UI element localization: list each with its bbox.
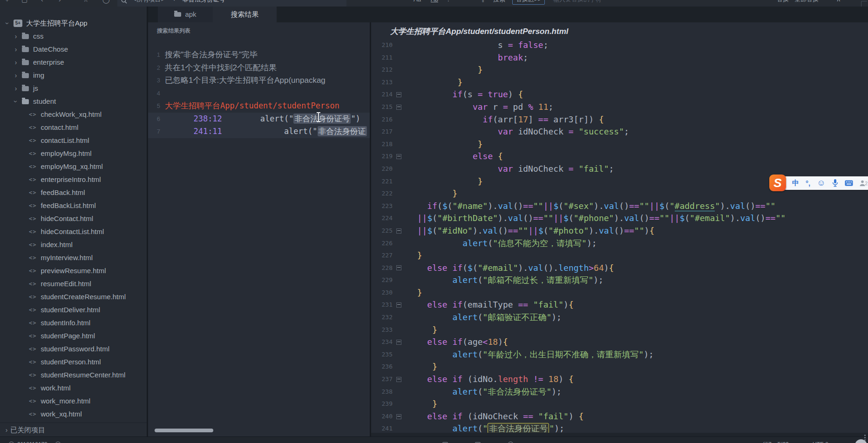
replace-all-button[interactable]: 全部替换 xyxy=(794,0,819,7)
whole-word-toggle[interactable]: Ab xyxy=(431,0,438,7)
tree-folder-img[interactable]: img xyxy=(0,69,147,82)
ime-punctuation-toggle[interactable]: °, xyxy=(806,179,810,187)
ime-user-icon[interactable]: 21 xyxy=(860,180,868,186)
tree-file-studentResumeCenter.html[interactable]: <>studentResumeCenter.html xyxy=(0,369,147,382)
multiline-option-icon[interactable]: ¶ xyxy=(481,0,484,7)
tree-file-feedBack.html[interactable]: <>feedBack.html xyxy=(0,186,147,199)
code-line-232[interactable]: 232 alert("邮箱验证不正确"); xyxy=(371,311,868,324)
tree-file-enterpriseIntro.html[interactable]: <>enterpriseIntro.html xyxy=(0,173,147,186)
new-file-icon[interactable]: ＋ xyxy=(4,0,10,7)
code-line-229[interactable]: 229 alert("邮箱不能过长，请重新填写"); xyxy=(371,274,868,287)
floating-widget-dots-icon[interactable] xyxy=(864,435,866,436)
tree-project[interactable]: 5+大学生招聘平台App xyxy=(0,17,147,30)
nav-back-icon[interactable]: ‹ xyxy=(41,0,43,7)
tree-file-employMsg.html[interactable]: <>employMsg.html xyxy=(0,147,147,160)
code-line-219[interactable]: 219 else { xyxy=(371,150,868,163)
tree-file-contactList.html[interactable]: <>contactList.html xyxy=(0,134,147,147)
code-line-237[interactable]: 237 else if (idNo.length != 18) { xyxy=(371,373,868,386)
code-line-224[interactable]: 224 ||$("#birthDate").val()==""||$("#pho… xyxy=(371,212,868,225)
fold-collapse-icon[interactable] xyxy=(396,302,401,308)
fold-collapse-icon[interactable] xyxy=(396,228,401,234)
code-line-213[interactable]: 213 } xyxy=(371,76,868,89)
code-line-218[interactable]: 218 } xyxy=(371,138,868,151)
ime-emoji-icon[interactable]: ☺ xyxy=(817,178,825,188)
tree-file-previewResume.html[interactable]: <>previewResume.html xyxy=(0,264,147,277)
ime-keyboard-icon[interactable] xyxy=(845,180,853,186)
code-line-214[interactable]: 214 if(s = true) { xyxy=(371,88,868,101)
replace-zone-button[interactable]: 替换区>> xyxy=(512,0,545,5)
tree-file-studentPage.html[interactable]: <>studentPage.html xyxy=(0,329,147,342)
search-result-row-6[interactable]: 6 238:12 alert("非合法身份证号") xyxy=(148,113,370,126)
search-result-row-7[interactable]: 7 241:11 alert("非合法身份证 xyxy=(148,125,370,138)
code-line-217[interactable]: 217 var idNoCheck = "success"; xyxy=(371,126,868,138)
star-icon[interactable]: ☆ xyxy=(83,0,89,7)
code-line-212[interactable]: 212 } xyxy=(371,64,868,76)
tree-folder-js[interactable]: js xyxy=(0,82,147,95)
code-line-235[interactable]: 235 alert("年龄过小，出生日期不准确，请重新填写"); xyxy=(371,349,868,361)
fold-collapse-icon[interactable] xyxy=(396,377,401,382)
tree-file-hideContactList.html[interactable]: <>hideContactList.html xyxy=(0,225,147,238)
tree-folder-css[interactable]: css xyxy=(0,30,147,43)
tree-file-feedBackList.html[interactable]: <>feedBackList.html xyxy=(0,199,147,212)
code-line-238[interactable]: 238 alert("非合法身份证号"); xyxy=(371,386,868,398)
code-line-210[interactable]: 210 s = false; xyxy=(371,39,868,52)
fold-collapse-icon[interactable] xyxy=(396,265,401,270)
tree-file-contact.html[interactable]: <>contact.html xyxy=(0,121,147,134)
code-line-227[interactable]: 227 } xyxy=(371,249,868,262)
tree-folder-student[interactable]: student xyxy=(0,95,147,108)
replace-button[interactable]: 替换 xyxy=(777,0,789,7)
dash-option-icon[interactable]: — xyxy=(463,0,469,7)
fold-collapse-icon[interactable] xyxy=(396,414,401,419)
tab-apk[interactable]: apk xyxy=(158,7,213,22)
regex-toggle[interactable]: .* xyxy=(448,0,452,7)
code-line-233[interactable]: 233 } xyxy=(371,324,868,336)
tree-file-employMsg_xq.html[interactable]: <>employMsg_xq.html xyxy=(0,160,147,173)
tree-file-hideContact.html[interactable]: <>hideContact.html xyxy=(0,212,147,225)
code-line-234[interactable]: 234 else if(age<18){ xyxy=(371,336,868,349)
code-line-230[interactable]: 230 } xyxy=(371,287,868,299)
tree-file-studentPerson.html[interactable]: <>studentPerson.html xyxy=(0,356,147,369)
code-line-216[interactable]: 216 if(arr[17] == arr3[r]) { xyxy=(371,114,868,126)
tab-search-results[interactable]: 搜索结果 xyxy=(213,7,277,22)
code-line-239[interactable]: 239 } xyxy=(371,398,868,410)
record-icon[interactable]: ◯ xyxy=(102,0,110,7)
search-button[interactable]: 搜索 xyxy=(493,0,505,7)
cursor-position[interactable]: 行7，列39 xyxy=(763,440,789,443)
search-query-text[interactable]: 非合法身份证号 xyxy=(183,0,225,7)
closed-projects-row[interactable]: 已关闭项目 xyxy=(0,423,147,436)
fold-collapse-icon[interactable] xyxy=(396,154,401,159)
horizontal-scrollbar-thumb[interactable] xyxy=(155,429,213,432)
search-result-row-5[interactable]: 5大学生招聘平台App/student/studentPerson xyxy=(148,100,370,113)
tree-file-work_more.html[interactable]: <>work_more.html xyxy=(0,395,147,408)
tree-file-work.html[interactable]: <>work.html xyxy=(0,382,147,395)
save-icon[interactable]: ▢ xyxy=(21,0,27,7)
tree-file-index.html[interactable]: <>index.html xyxy=(0,238,147,251)
code-line-240[interactable]: 240 else if (idNoCheck == "fail") { xyxy=(371,410,868,423)
nav-forward-icon[interactable]: › xyxy=(59,0,61,7)
replace-input-placeholder[interactable]: 输入要替换的字符 xyxy=(553,0,602,7)
encoding-indicator[interactable]: UTF-8 xyxy=(813,440,828,443)
code-line-236[interactable]: 236 } xyxy=(371,361,868,373)
tree-file-myInterview.html[interactable]: <>myInterview.html xyxy=(0,251,147,264)
tree-file-studentPassword.html[interactable]: <>studentPassword.html xyxy=(0,342,147,356)
tree-file-checkWork_xq.html[interactable]: <>checkWork_xq.html xyxy=(0,108,147,121)
editor-hscrollbar-track[interactable] xyxy=(371,433,868,436)
code-line-211[interactable]: 211 break; xyxy=(371,52,868,64)
ime-language-toggle[interactable]: 中 xyxy=(792,179,799,188)
fold-collapse-icon[interactable] xyxy=(396,340,401,345)
tree-file-work_xq.html[interactable]: <>work_xq.html xyxy=(0,408,147,421)
tree-file-studentDeliver.html[interactable]: <>studentDeliver.html xyxy=(0,303,147,316)
ime-microphone-icon[interactable] xyxy=(832,179,838,187)
code-line-228[interactable]: 228 else if($("#email").val().length>64)… xyxy=(371,262,868,275)
tree-file-resumeEdit.html[interactable]: <>resumeEdit.html xyxy=(0,277,147,290)
match-case-toggle[interactable]: Aa xyxy=(414,0,421,7)
code-line-215[interactable]: 215 var r = pd % 11; xyxy=(371,101,868,114)
code-line-231[interactable]: 231 else if(emailType == "fail"){ xyxy=(371,299,868,311)
tree-file-studentInfo.html[interactable]: <>studentInfo.html xyxy=(0,316,147,329)
fold-collapse-icon[interactable] xyxy=(396,92,401,97)
code-line-226[interactable]: 226 alert("信息不能为空，请填写"); xyxy=(371,237,868,250)
tree-file-studentCreateResume.html[interactable]: <>studentCreateResume.html xyxy=(0,290,147,303)
sogou-logo-icon[interactable]: S xyxy=(769,175,786,191)
tree-folder-enterprise[interactable]: enterprise xyxy=(0,56,147,69)
fold-collapse-icon[interactable] xyxy=(396,105,401,110)
